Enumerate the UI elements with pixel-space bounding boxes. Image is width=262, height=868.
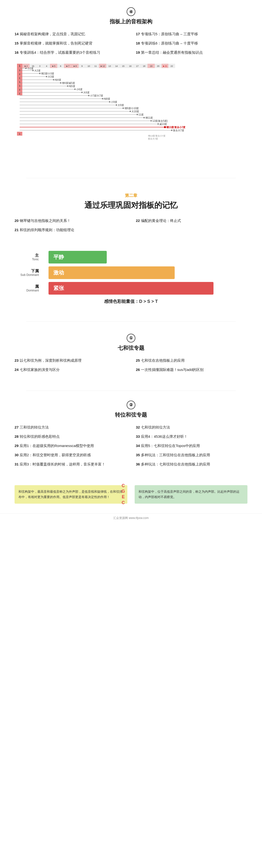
svg-point-92: [129, 111, 131, 112]
svg-point-97: [137, 114, 138, 115]
svg-text:1: 1: [19, 77, 20, 79]
tonic-bar-wrap: 平静: [48, 251, 242, 264]
svg-text:纯4度: 纯4度: [55, 79, 61, 81]
svg-point-51: [46, 76, 47, 77]
voice-leading-section: 和弦构架中，最高音和最低音称之为外声部，是低音线和旋律线，在和弦排布中，有相对更…: [0, 480, 262, 508]
chapter2-left-col: 20 钢琴键与吉他指板之间的关系！ 21 和弦的排列顺序规则：功能组理论: [14, 218, 126, 236]
item-19: 19 第一章总结：融会贯通所有指板知识点: [136, 50, 248, 55]
svg-text:复合大7度: 复合大7度: [173, 129, 184, 132]
svg-text:大9度: 大9度: [118, 104, 124, 106]
svg-text:12度(复合5度): 12度(复合5度): [152, 120, 167, 122]
subdominant-en: Sub Dominant: [20, 273, 39, 277]
svg-text:大2度: 大2度: [34, 69, 40, 72]
item-24: 24 七和弦家族的演变与区分: [14, 367, 126, 373]
svg-text:15: 15: [122, 65, 124, 67]
subdominant-cn: 下属: [20, 269, 39, 273]
svg-text:增2度/小3度: 增2度/小3度: [41, 72, 54, 75]
svg-point-57: [60, 82, 61, 84]
svg-text:17: 17: [136, 65, 139, 67]
cgec-label: C G E C: [121, 483, 125, 506]
item-29: 29 应用1：在超级实用的Romanessca模型中使用: [14, 443, 126, 449]
section2-title: 转位和弦专题: [14, 411, 248, 418]
svg-point-48: [39, 73, 40, 74]
svg-point-72: [102, 98, 103, 99]
svg-text:►7: ►7: [66, 65, 69, 67]
item-14: 14 揭秘音程架构规律，定点找音，巩固记忆: [14, 31, 126, 37]
svg-text:纯8度: 纯8度: [104, 97, 110, 100]
svg-text:增4度/减5度: 增4度/减5度: [62, 82, 75, 84]
voice-box-right: 和弦构架中，位于高低音声部之间的音，称之为内声部。比起外声部的运动，内声部相对不…: [135, 485, 248, 504]
svg-text:小9度: 小9度: [111, 101, 117, 103]
tonic-label-wrap: 主 Tonic: [20, 253, 48, 261]
item-18: 18 专项训练6：原创练习曲 – 十度平移: [136, 40, 248, 46]
section1-content: 23 以七和弦为例，深度剖析和弦构成原理 24 七和弦家族的演变与区分 25 七…: [14, 358, 248, 376]
section1-right: 25 七和弦在吉他指板上的应用 26 一次性搞懂国际难题！sus与add的区别: [136, 358, 248, 376]
item-16: 16 专项训练4：结合所学，试炼最重要的3个音程练习: [14, 50, 126, 55]
svg-text:10: 10: [87, 65, 90, 67]
dominant-cn: 属: [20, 284, 39, 289]
harmony-section: 主 Tonic 平静 下属 Sub Dominant 激动 属 Dominant…: [0, 246, 262, 316]
harmony-subdominant-row: 下属 Sub Dominant 激动: [20, 267, 242, 279]
section4-number: ④: [127, 7, 135, 16]
svg-text:减13度: 减13度: [159, 123, 167, 125]
svg-point-122: [171, 129, 173, 131]
svg-text:1: 1: [19, 89, 20, 91]
svg-rect-0: [17, 64, 248, 168]
svg-text:22: 22: [171, 65, 173, 67]
tonic-bar: 平静: [48, 251, 107, 264]
svg-point-69: [88, 95, 89, 96]
tonic-en: Tonic: [20, 258, 39, 261]
chapter2-right-col: 22 编配的黄金理论：终止式: [136, 218, 248, 236]
section2: ② 转位和弦专题 27 三和弦的转位方法 28 转位和弦的听感色彩特点 29 应…: [0, 396, 262, 480]
subdominant-bar: 激动: [48, 267, 175, 279]
svg-point-82: [116, 104, 117, 106]
item-26: 26 一次性搞懂国际难题！sus与add的区别: [136, 367, 248, 373]
svg-point-77: [109, 101, 110, 102]
item-32: 32 七和弦的转位方法: [136, 425, 248, 430]
svg-text:增13度/复合小7度: 增13度/复合小7度: [148, 135, 165, 137]
svg-point-42: [25, 68, 27, 69]
svg-text:13: 13: [108, 65, 111, 67]
svg-text:小6度: 小6度: [76, 88, 82, 91]
svg-text:3: 3: [39, 65, 40, 67]
svg-point-117: [164, 126, 166, 128]
section2-left: 27 三和弦的转位方法 28 转位和弦的听感色彩特点 29 应用1：在超级实用的…: [14, 425, 126, 471]
svg-text:11: 11: [95, 65, 97, 67]
svg-text:16: 16: [129, 65, 132, 67]
svg-point-60: [67, 85, 68, 87]
section2-number: ②: [127, 401, 135, 409]
svg-text:1: 1: [19, 92, 20, 95]
svg-text:9: 9: [81, 65, 82, 67]
emotion-label: 感情色彩能量值：D > S > T: [20, 299, 242, 304]
divider-3: [26, 391, 236, 391]
svg-text:复合大7度: 复合大7度: [148, 137, 158, 140]
voice-box-left: 和弦构架中，最高音和最低音称之为外声部，是低音线和旋律线，在和弦排布中，有相对更…: [14, 485, 127, 504]
item-22: 22 编配的黄金理论：终止式: [136, 218, 248, 224]
svg-point-112: [157, 123, 159, 125]
dominant-bar: 紧张: [48, 282, 214, 294]
section2-content: 27 三和弦的转位方法 28 转位和弦的听感色彩特点 29 应用1：在超级实用的…: [14, 425, 248, 471]
svg-text:►12: ►12: [101, 65, 105, 67]
svg-point-102: [143, 117, 145, 118]
svg-text:4: 4: [46, 65, 47, 67]
svg-text:11度: 11度: [139, 113, 144, 116]
section1-left: 23 以七和弦为例，深度剖析和弦构成原理 24 七和弦家族的演变与区分: [14, 358, 126, 376]
svg-text:18: 18: [143, 65, 145, 67]
svg-text:增13度/复合小7度: 增13度/复合小7度: [166, 126, 186, 129]
svg-text:►8: ►8: [73, 65, 77, 67]
item-33: 33 应用4：4536这么弹才好听！: [136, 434, 248, 439]
svg-text:►5: ►5: [52, 65, 55, 67]
svg-text:19: 19: [150, 65, 152, 67]
svg-text:小2度: 小2度: [27, 67, 34, 70]
svg-text:纯5度: 纯5度: [69, 85, 75, 88]
svg-text:1: 1: [19, 69, 20, 71]
section1-number: ①: [127, 334, 135, 342]
tonic-cn: 主: [20, 253, 39, 258]
item-15: 15 掌握音程规律，就能掌握和弦，告别死记硬背: [14, 40, 126, 46]
svg-text:1: 1: [19, 85, 20, 87]
section4-right-col: 17 专项练习5：原创练习曲 – 三度平移 18 专项训练6：原创练习曲 – 十…: [136, 31, 248, 59]
svg-text:增11度: 增11度: [145, 117, 153, 119]
svg-text:14: 14: [115, 65, 118, 67]
svg-point-63: [74, 89, 76, 90]
divider-1: [26, 178, 236, 178]
